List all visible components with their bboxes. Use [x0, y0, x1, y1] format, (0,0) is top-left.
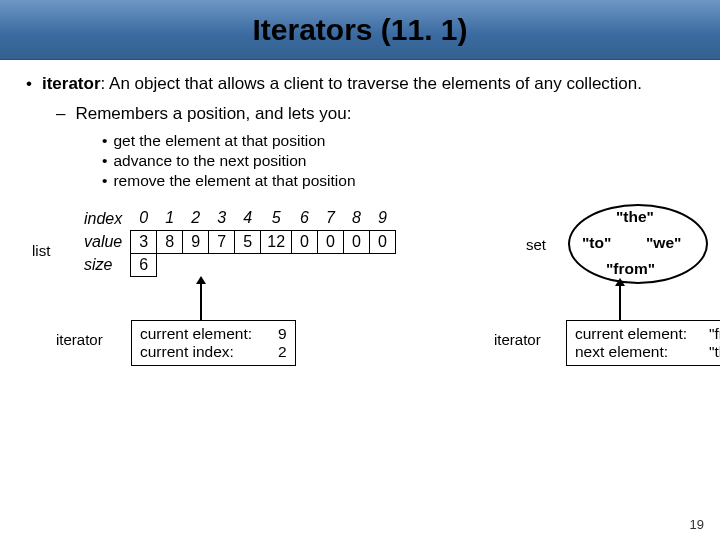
index-header: index [78, 207, 131, 230]
value-row: value 3 8 9 7 5 12 0 0 0 0 [78, 230, 396, 253]
title-bar: Iterators (11. 1) [0, 0, 720, 60]
arrow-icon [619, 284, 621, 320]
set-item-from: "from" [606, 260, 655, 278]
set-item-we: "we" [646, 234, 681, 252]
sub-text: Remembers a position, and lets you: [75, 104, 351, 124]
bullet-icon: • [102, 132, 107, 150]
capability-b: •advance to the next position [102, 152, 700, 170]
page-title: Iterators (11. 1) [252, 13, 467, 47]
bullet-icon: • [102, 172, 107, 190]
iterator1-label: iterator [56, 331, 103, 348]
term: iterator [42, 74, 101, 93]
body: • iterator: An object that allows a clie… [0, 60, 720, 394]
iterator1-box: current element:9 current index:2 [131, 320, 296, 366]
definition: • iterator: An object that allows a clie… [26, 74, 700, 94]
iterator2-label: iterator [494, 331, 541, 348]
dash-icon: – [56, 104, 65, 124]
bullet-icon: • [26, 74, 32, 94]
set-item-to: "to" [582, 234, 611, 252]
list-label: list [32, 242, 50, 259]
iterator2-box: current element:"from" next element:"the… [566, 320, 720, 366]
array-table: index 0 1 2 3 4 5 6 7 8 9 value 3 8 9 7 … [78, 207, 396, 277]
diagram: list index 0 1 2 3 4 5 6 7 8 9 value 3 8… [26, 204, 700, 394]
set-item-the: "the" [616, 208, 654, 226]
page-number: 19 [690, 517, 704, 532]
set-label: set [526, 236, 546, 253]
definition-text: : An object that allows a client to trav… [101, 74, 642, 93]
index-row: index 0 1 2 3 4 5 6 7 8 9 [78, 207, 396, 230]
sub-bullet: – Remembers a position, and lets you: [56, 104, 700, 124]
value-header: value [78, 230, 131, 253]
size-header: size [78, 253, 131, 276]
capability-c: •remove the element at that position [102, 172, 700, 190]
size-row: size 6 [78, 253, 396, 276]
capability-a: •get the element at that position [102, 132, 700, 150]
arrow-icon [200, 282, 202, 320]
bullet-icon: • [102, 152, 107, 170]
